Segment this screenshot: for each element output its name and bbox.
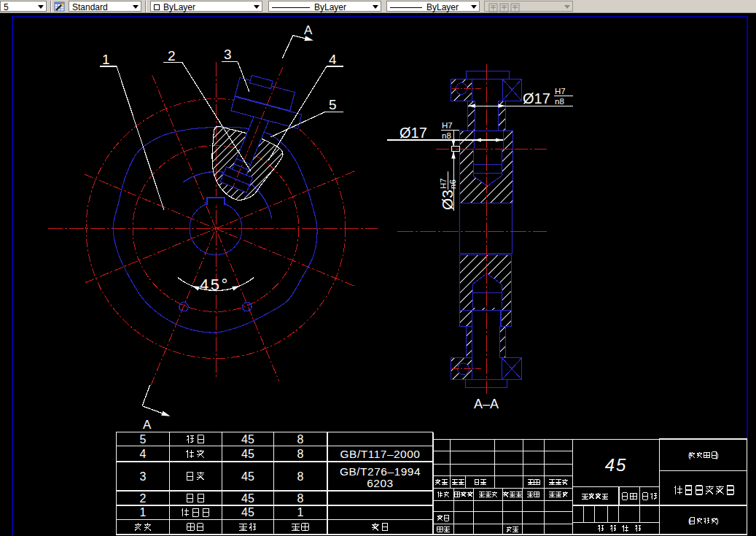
svg-text:2: 2: [168, 48, 176, 63]
svg-text:A: A: [304, 23, 313, 37]
svg-text:(: (: [688, 451, 691, 459]
svg-text:n8: n8: [442, 131, 451, 140]
svg-text:3: 3: [224, 47, 232, 62]
svg-text:): ): [716, 516, 719, 525]
svg-text:5: 5: [329, 97, 337, 112]
svg-text:H7: H7: [442, 121, 453, 130]
svg-text:A–A: A–A: [474, 397, 499, 411]
svg-text:4: 4: [140, 448, 147, 460]
svg-text:GB/T276–1994: GB/T276–1994: [340, 465, 421, 478]
svg-text:Ø17: Ø17: [523, 90, 550, 106]
svg-text:8: 8: [297, 470, 304, 483]
svg-text:8: 8: [297, 448, 304, 460]
svg-text:3: 3: [140, 470, 147, 483]
svg-text:1: 1: [140, 506, 147, 518]
svg-text:8: 8: [297, 433, 304, 446]
svg-text:Ø3: Ø3: [439, 190, 456, 210]
svg-text:1: 1: [297, 506, 304, 518]
svg-text:5: 5: [140, 433, 147, 446]
svg-text:2: 2: [140, 492, 147, 505]
svg-text:45: 45: [605, 455, 628, 475]
svg-text:45: 45: [241, 492, 254, 505]
svg-text:H7: H7: [555, 87, 566, 96]
svg-text:n6: n6: [448, 179, 457, 189]
svg-text:n8: n8: [555, 97, 564, 106]
svg-text:): ): [716, 451, 719, 459]
svg-text:GB/T117–2000: GB/T117–2000: [340, 448, 421, 460]
svg-text:45: 45: [241, 506, 254, 518]
svg-text:8: 8: [297, 492, 304, 505]
svg-text:45°: 45°: [200, 276, 230, 294]
svg-text:45: 45: [241, 433, 254, 446]
svg-text:Ø17: Ø17: [400, 125, 427, 141]
svg-text:45: 45: [241, 448, 254, 460]
svg-text:45: 45: [241, 470, 254, 483]
svg-text:4: 4: [329, 52, 337, 67]
svg-text:6203: 6203: [367, 477, 393, 489]
svg-text:1: 1: [102, 52, 110, 67]
svg-text:A: A: [143, 418, 152, 432]
svg-text:H7: H7: [439, 178, 448, 189]
